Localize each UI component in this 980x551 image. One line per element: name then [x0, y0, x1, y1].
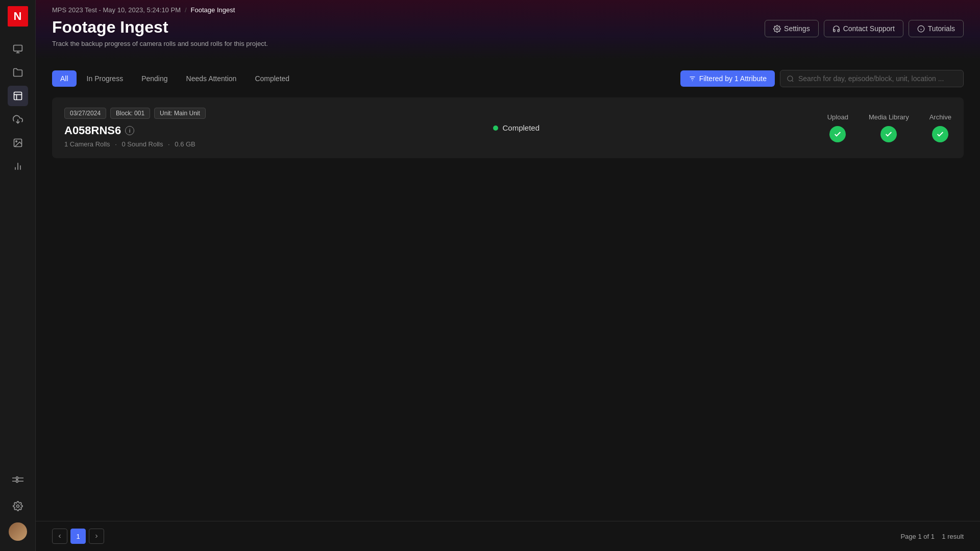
result-count: 1 result: [942, 533, 964, 540]
breadcrumb-current: Footage Ingest: [191, 6, 235, 14]
status-dot: [493, 126, 498, 131]
prev-page-button[interactable]: [52, 529, 67, 544]
sidebar-item-monitor[interactable]: [8, 39, 28, 59]
filter-attribute-button[interactable]: Filtered by 1 Attribute: [680, 70, 775, 87]
tag-date: 03/27/2024: [64, 108, 106, 119]
sidebar: N: [0, 0, 36, 551]
tab-all[interactable]: All: [52, 70, 77, 87]
svg-rect-0: [13, 45, 22, 52]
sidebar-item-pipeline[interactable]: [8, 469, 28, 490]
page-label: Page 1 of 1: [900, 533, 935, 540]
gear-icon: [773, 25, 781, 33]
search-icon: [787, 75, 794, 83]
status-tabs: All In Progress Pending Needs Attention …: [52, 70, 298, 87]
footage-card: 03/27/2024 Block: 001 Unit: Main Unit A0…: [52, 97, 964, 158]
tab-in-progress[interactable]: In Progress: [79, 70, 132, 87]
media-library-col: Media Library: [869, 113, 909, 142]
svg-point-26: [788, 76, 793, 81]
camera-rolls: 1 Camera Rolls: [64, 140, 110, 148]
content-area: All In Progress Pending Needs Attention …: [36, 60, 980, 521]
pagination-info: Page 1 of 1 1 result: [900, 533, 964, 540]
chevron-right-icon: [93, 533, 100, 539]
svg-point-8: [15, 141, 16, 142]
filter-icon: [689, 75, 696, 83]
tab-completed[interactable]: Completed: [247, 70, 298, 87]
tag-block: Block: 001: [110, 108, 150, 119]
info-button[interactable]: i: [125, 126, 134, 135]
meta-sep1: ·: [115, 140, 117, 148]
svg-rect-3: [14, 92, 21, 100]
sidebar-item-photo[interactable]: [8, 133, 28, 153]
status-text: Completed: [502, 123, 540, 132]
card-title-text: A058RNS6: [64, 124, 121, 137]
upload-col: Upload: [827, 113, 848, 142]
archive-label: Archive: [929, 113, 951, 121]
svg-rect-17: [16, 480, 17, 483]
pagination-controls: 1: [52, 529, 104, 544]
file-size: 0.6 GB: [175, 140, 195, 148]
search-box: [780, 70, 964, 87]
avatar[interactable]: [9, 522, 27, 541]
page-1-button[interactable]: 1: [70, 529, 86, 544]
page-header-left: Footage Ingest Track the backup progress…: [52, 18, 268, 47]
media-library-label: Media Library: [869, 113, 909, 121]
contact-label: Contact Support: [843, 24, 895, 33]
meta-sep2: ·: [168, 140, 170, 148]
sidebar-item-ingest[interactable]: [8, 86, 28, 106]
header-actions: Settings Contact Support Tutorials: [765, 20, 964, 37]
search-input[interactable]: [798, 74, 957, 83]
breadcrumb-project: MPS 2023 Test - May 10, 2023, 5:24:10 PM: [52, 6, 181, 14]
tutorials-button[interactable]: Tutorials: [909, 20, 964, 37]
tag-unit: Unit: Main Unit: [154, 108, 206, 119]
svg-point-18: [16, 505, 19, 508]
tab-pending[interactable]: Pending: [133, 70, 176, 87]
archive-col: Archive: [929, 113, 951, 142]
main-content: MPS 2023 Test - May 10, 2023, 5:24:10 PM…: [36, 0, 980, 551]
settings-button[interactable]: Settings: [765, 20, 819, 37]
logo[interactable]: N: [8, 6, 28, 27]
breadcrumb-separator: /: [185, 6, 187, 14]
svg-point-19: [776, 28, 778, 30]
filter-bar: All In Progress Pending Needs Attention …: [52, 60, 964, 97]
upload-label: Upload: [827, 113, 848, 121]
tab-needs-attention[interactable]: Needs Attention: [178, 70, 245, 87]
card-checks: Upload Media Library Archive: [827, 113, 951, 142]
page-subtitle: Track the backup progress of camera roll…: [52, 40, 268, 47]
card-title-row: A058RNS6 i: [64, 124, 206, 137]
archive-check-icon: [932, 126, 948, 142]
settings-label: Settings: [784, 24, 810, 33]
tutorials-label: Tutorials: [928, 24, 955, 33]
upload-check-icon: [829, 126, 846, 142]
filter-label: Filtered by 1 Attribute: [699, 74, 767, 83]
sidebar-item-download[interactable]: [8, 109, 28, 130]
header: MPS 2023 Test - May 10, 2023, 5:24:10 PM…: [36, 0, 980, 60]
card-meta: 1 Camera Rolls · 0 Sound Rolls · 0.6 GB: [64, 140, 206, 148]
headset-icon: [832, 25, 840, 33]
sidebar-item-settings[interactable]: [8, 496, 28, 516]
chevron-left-icon: [57, 533, 63, 539]
info-icon: [917, 25, 925, 33]
contact-support-button[interactable]: Contact Support: [824, 20, 903, 37]
breadcrumb: MPS 2023 Test - May 10, 2023, 5:24:10 PM…: [52, 0, 964, 18]
filter-right: Filtered by 1 Attribute: [680, 70, 964, 87]
next-page-button[interactable]: [89, 529, 104, 544]
pagination-bar: 1 Page 1 of 1 1 result: [36, 521, 980, 551]
media-library-check-icon: [880, 126, 897, 142]
svg-rect-16: [16, 477, 17, 480]
svg-line-27: [792, 80, 793, 82]
sidebar-item-folder[interactable]: [8, 62, 28, 83]
card-status: Completed: [493, 123, 540, 132]
card-tags: 03/27/2024 Block: 001 Unit: Main Unit: [64, 108, 206, 119]
page-title: Footage Ingest: [52, 18, 268, 37]
sidebar-item-chart[interactable]: [8, 156, 28, 177]
sound-rolls: 0 Sound Rolls: [121, 140, 163, 148]
card-left: 03/27/2024 Block: 001 Unit: Main Unit A0…: [64, 108, 206, 148]
